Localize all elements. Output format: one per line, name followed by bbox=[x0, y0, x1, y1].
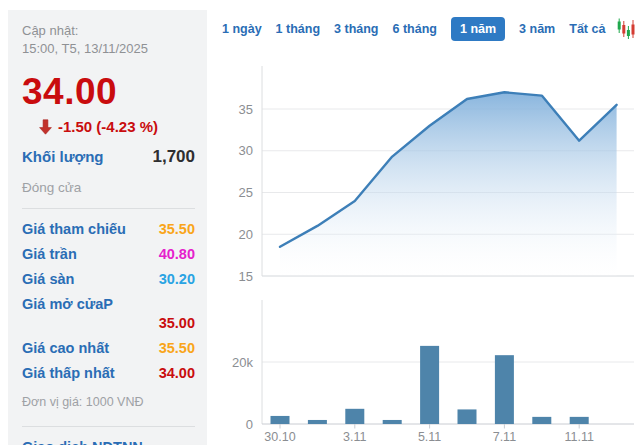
volume-bar bbox=[532, 417, 551, 424]
price-volume-chart[interactable]: 1520253035020k30.103.115.117.1111.11 bbox=[0, 0, 642, 445]
range-tab[interactable]: 1 tháng bbox=[276, 20, 320, 38]
price-area-fill bbox=[280, 92, 617, 276]
volume-bar bbox=[420, 346, 439, 424]
volume-bar bbox=[345, 409, 364, 424]
x-axis-labels: 30.103.115.117.1111.11 bbox=[264, 424, 594, 444]
range-tab-active[interactable]: 1 năm bbox=[451, 17, 505, 41]
range-tab[interactable]: 3 tháng bbox=[334, 20, 378, 38]
range-tabs: 1 ngày1 tháng3 tháng6 tháng1 năm3 nămTất… bbox=[222, 17, 636, 41]
svg-text:30: 30 bbox=[239, 143, 253, 158]
candlestick-chart-icon[interactable] bbox=[617, 18, 636, 40]
range-tab[interactable]: 1 ngày bbox=[222, 20, 262, 38]
svg-text:0: 0 bbox=[246, 417, 253, 432]
svg-text:20k: 20k bbox=[232, 355, 253, 370]
svg-text:35: 35 bbox=[239, 102, 253, 117]
range-tab[interactable]: 6 tháng bbox=[393, 20, 437, 38]
svg-text:7.11: 7.11 bbox=[493, 430, 516, 444]
svg-text:20: 20 bbox=[239, 227, 253, 242]
volume-bar bbox=[271, 416, 290, 424]
svg-text:11.11: 11.11 bbox=[564, 430, 593, 444]
volume-bars bbox=[271, 346, 589, 424]
svg-text:25: 25 bbox=[239, 185, 253, 200]
volume-bar bbox=[495, 355, 514, 424]
svg-text:5.11: 5.11 bbox=[418, 430, 441, 444]
svg-text:30.10: 30.10 bbox=[264, 430, 295, 444]
svg-text:15: 15 bbox=[239, 269, 253, 284]
range-tab[interactable]: 3 năm bbox=[519, 20, 555, 38]
volume-bar bbox=[458, 409, 477, 424]
volume-bar bbox=[308, 420, 327, 424]
range-tab[interactable]: Tất cả bbox=[569, 20, 605, 38]
range-tabs-list: 1 ngày1 tháng3 tháng6 tháng1 năm3 nămTất… bbox=[222, 17, 605, 41]
volume-bar bbox=[383, 420, 402, 424]
volume-bar bbox=[570, 417, 589, 424]
svg-text:3.11: 3.11 bbox=[343, 430, 366, 444]
